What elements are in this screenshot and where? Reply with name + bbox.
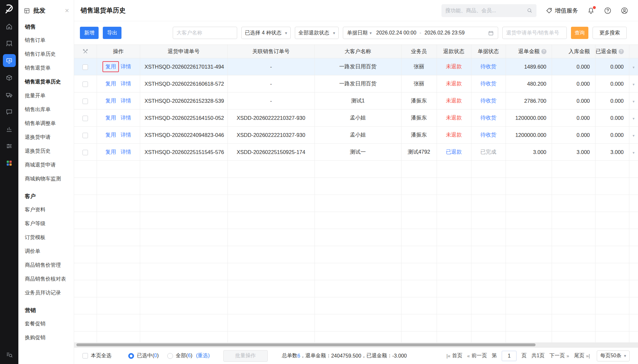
row-expand-arrow[interactable]: ▾	[633, 82, 634, 87]
row-expand-arrow[interactable]: ▾	[633, 99, 634, 104]
detail-link[interactable]: 详情	[121, 98, 131, 103]
row-checkbox[interactable]	[82, 150, 88, 155]
sidebar-item[interactable]: 套餐促销	[18, 317, 74, 330]
apps-grid-icon[interactable]	[3, 157, 16, 169]
sidebar-item[interactable]: 换购促销	[18, 330, 74, 344]
detail-link[interactable]: 详情	[121, 115, 131, 120]
sidebar-item[interactable]: 业务员拜访记录	[18, 286, 74, 300]
add-button[interactable]: 新增	[80, 27, 99, 39]
all-radio-group: 全部(6) (重选)	[167, 352, 210, 359]
row-expand-arrow[interactable]: ▾	[633, 65, 634, 70]
copy-link[interactable]: 复用	[105, 63, 116, 70]
sidebar-item[interactable]: 客户资料	[18, 203, 74, 216]
row-checkbox[interactable]	[82, 116, 88, 121]
sidebar-item[interactable]: 商品销售价核对表	[18, 272, 74, 286]
sidebar-item[interactable]: 调价单	[18, 244, 74, 258]
return-order-no: XSTHSQD-20260226160618-572	[140, 75, 227, 92]
detail-link[interactable]: 详情	[121, 81, 131, 86]
value-added-services-button[interactable]: 增值服务	[546, 7, 578, 14]
brand-logo-icon[interactable]	[4, 3, 15, 15]
row-checkbox[interactable]	[82, 64, 88, 70]
row-checkbox-cell	[74, 110, 97, 127]
sidebar-item[interactable]: 订货模板	[18, 230, 74, 244]
sidebar-item[interactable]: 商城购物车监测	[18, 172, 74, 186]
last-page-button[interactable]: 尾页»|	[574, 352, 590, 359]
select-all-checkbox[interactable]	[82, 353, 88, 359]
detail-link[interactable]: 详情	[121, 63, 131, 69]
help-circle-icon[interactable]	[604, 7, 612, 14]
sidebar-item[interactable]: 商品销售价管理	[18, 258, 74, 272]
copy-link[interactable]: 复用	[105, 98, 116, 103]
row-expand-arrow[interactable]: ▾	[633, 133, 634, 138]
sidebar-item[interactable]: 销售订单	[18, 33, 74, 47]
column-settings-header[interactable]	[74, 45, 97, 58]
date-range-picker[interactable]: 单据日期 ▾ 2026.02.24 00:00 - 2026.02.26 23:…	[343, 27, 498, 39]
refund-status-select[interactable]: 全部退款状态 ▾	[295, 27, 339, 39]
date-type-select[interactable]: 单据日期	[347, 30, 368, 36]
copy-link[interactable]: 复用	[105, 132, 116, 138]
detail-link[interactable]: 详情	[121, 149, 131, 155]
row-expand-arrow[interactable]: ▾	[633, 116, 634, 121]
sidebar-item[interactable]: 退换货申请	[18, 130, 74, 144]
copy-link[interactable]: 复用	[105, 149, 116, 155]
more-search-button[interactable]: 更多搜索	[593, 27, 627, 39]
query-button[interactable]: 查询	[571, 27, 588, 39]
customer-name-input[interactable]	[173, 27, 237, 39]
first-page-button[interactable]: |«首页	[447, 352, 462, 359]
global-search[interactable]	[441, 4, 536, 17]
settings-sliders-icon[interactable]	[3, 139, 16, 152]
sales-module-icon[interactable]	[3, 54, 16, 67]
home-icon[interactable]	[3, 20, 16, 33]
page-size-select[interactable]: 每页50条▾	[597, 350, 630, 361]
table-row[interactable]: 复用详情 XSTHSQD-20260226152328-539 - 测试1 潘振…	[74, 92, 638, 110]
sidebar-item[interactable]: 销售退货单	[18, 61, 74, 75]
horizontal-scrollbar-thumb[interactable]	[76, 343, 536, 346]
rail-search-icon[interactable]	[0, 351, 18, 359]
help-icon[interactable]: ?	[541, 49, 546, 54]
user-avatar-icon[interactable]	[621, 7, 628, 14]
row-expand-arrow[interactable]: ▾	[633, 150, 634, 155]
notification-bell-icon[interactable]	[587, 7, 595, 14]
sidebar-item[interactable]: 商城退货申请	[18, 158, 74, 172]
logistics-truck-icon[interactable]	[3, 88, 16, 101]
message-icon[interactable]	[3, 105, 16, 118]
table-row[interactable]: 复用详情 XSTHSQD-20260226170131-494 - 一路发日用百…	[74, 58, 638, 75]
store-board-icon[interactable]	[3, 37, 16, 50]
report-chart-icon[interactable]	[3, 122, 16, 135]
inventory-box-icon[interactable]	[3, 71, 16, 84]
table-row[interactable]: 复用详情 XSTHSQD-20260224094823-046 XSDD-202…	[74, 127, 638, 144]
all-radio[interactable]	[167, 353, 173, 359]
all-count-label[interactable]: 全部(6)	[176, 352, 193, 359]
table-row[interactable]: 复用详情 XSTHSQD-20260225164150-052 XSDD-202…	[74, 110, 638, 127]
doc-status-select[interactable]: 已选择 4 种状态 ▾	[241, 27, 291, 39]
copy-link[interactable]: 复用	[105, 115, 116, 120]
next-page-button[interactable]: 下一页»	[549, 352, 569, 359]
sidebar-item[interactable]: 销售退货单历史	[18, 75, 74, 89]
prev-page-button[interactable]: «前一页	[467, 352, 487, 359]
close-icon[interactable]: ✕	[65, 7, 69, 14]
sidebar-item[interactable]: 客户等级	[18, 216, 74, 230]
table-row[interactable]: 复用详情 XSTHSQD-20260225151545-576 XSDD-202…	[74, 144, 638, 161]
row-checkbox[interactable]	[82, 81, 88, 87]
row-checkbox[interactable]	[82, 133, 88, 138]
date-start-value[interactable]: 2026.02.24 00:00	[376, 30, 417, 36]
reselect-link[interactable]: (重选)	[196, 352, 210, 359]
order-number-input[interactable]	[502, 27, 567, 39]
date-end-value[interactable]: 2026.02.26 23:59	[424, 30, 465, 36]
selected-count-label[interactable]: 已选中(0)	[137, 352, 159, 359]
page-number-input[interactable]	[502, 351, 517, 361]
sidebar-item[interactable]: 销售订单历史	[18, 47, 74, 61]
export-button[interactable]: 导出	[103, 27, 121, 39]
sidebar-item[interactable]: 批量开单	[18, 89, 74, 102]
row-checkbox[interactable]	[82, 99, 88, 104]
help-icon[interactable]: ?	[619, 49, 624, 54]
sidebar-item[interactable]: 退换货历史	[18, 144, 74, 158]
table-row[interactable]: 复用详情 XSTHSQD-20260226160618-572 - 一路发日用百…	[74, 75, 638, 92]
sidebar-item[interactable]: 销售出库单	[18, 102, 74, 116]
batch-action-button[interactable]: 批量操作	[223, 350, 268, 362]
global-search-input[interactable]	[445, 8, 527, 14]
sidebar-item[interactable]: 销售单调整单	[18, 116, 74, 130]
selected-radio[interactable]	[128, 353, 134, 359]
detail-link[interactable]: 详情	[121, 132, 131, 138]
copy-link[interactable]: 复用	[105, 81, 116, 86]
